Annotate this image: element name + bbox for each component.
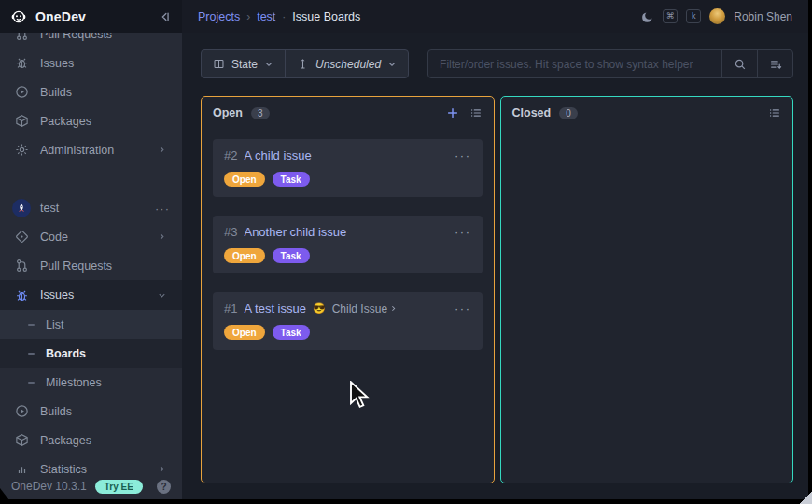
gear-icon — [15, 143, 29, 157]
column-count-badge: 0 — [559, 107, 578, 119]
dark-mode-moon-icon[interactable] — [641, 10, 654, 23]
issue-number: #3 — [224, 225, 237, 239]
topbar-right: ⌘ k Robin Shen — [641, 8, 792, 24]
pull-request-icon — [15, 259, 29, 273]
column-actions — [446, 106, 483, 119]
issue-number: #2 — [224, 148, 237, 162]
topbar: OneDev Projects › test · Issue Boards — [0, 0, 808, 33]
issue-board: Open 3 — [201, 96, 793, 483]
onedev-logo-icon — [10, 8, 27, 25]
sub-item-dash — [28, 353, 35, 355]
sidebar-item-label: Builds — [40, 405, 72, 418]
project-header[interactable]: test ··· — [0, 194, 182, 222]
filter-input[interactable] — [428, 50, 721, 77]
state-badge-open: Open — [224, 248, 265, 263]
help-button[interactable]: ? — [157, 480, 171, 494]
issue-card[interactable]: #2 A child issue ··· Open Task — [213, 139, 483, 197]
card-menu-dots-icon[interactable]: ··· — [455, 306, 471, 311]
sidebar-item-label: Issues — [40, 57, 74, 70]
user-name[interactable]: Robin Shen — [734, 10, 792, 23]
bug-icon — [15, 288, 29, 302]
issue-card[interactable]: #3 Another child issue ··· Open Task — [213, 216, 483, 273]
sidebar-item-project-packages[interactable]: Packages — [0, 426, 182, 455]
breadcrumb-project-link[interactable]: test — [257, 10, 275, 23]
issue-title[interactable]: A child issue — [244, 148, 311, 162]
column-actions — [768, 106, 781, 119]
column-menu-list-icon[interactable] — [469, 106, 483, 119]
sidebar-item-issues[interactable]: Issues — [0, 49, 182, 77]
shortcut-k-key: k — [686, 9, 701, 24]
column-count-badge: 3 — [251, 107, 270, 119]
breadcrumb-projects-link[interactable]: Projects — [198, 10, 240, 23]
sub-item-dash — [28, 324, 35, 326]
try-ee-badge[interactable]: Try EE — [95, 480, 143, 494]
card-menu-dots-icon[interactable]: ··· — [455, 153, 471, 158]
project-name: test — [40, 202, 59, 215]
sidebar-item-administration[interactable]: Administration — [0, 135, 182, 164]
sidebar-item-issues-milestones[interactable]: Milestones — [0, 368, 182, 397]
sidebar-item-label: Packages — [40, 115, 91, 128]
sidebar-collapse-icon[interactable] — [159, 10, 172, 23]
column-header: Closed 0 — [501, 97, 793, 129]
chevron-right-icon — [157, 231, 167, 242]
chevron-right-icon — [157, 145, 167, 155]
milestone-button-label: Unscheduled — [315, 58, 381, 71]
issue-title[interactable]: Another child issue — [244, 225, 346, 239]
state-button-label: State — [231, 58, 258, 71]
state-board-button[interactable]: State — [202, 50, 285, 77]
sidebar-item-builds[interactable]: Builds — [0, 77, 182, 106]
issue-card[interactable]: #1 A test issue 😎 Child Issue ··· — [213, 292, 483, 350]
topbar-brand-area: OneDev — [0, 0, 182, 33]
sidebar-global-nav: Pull Requests Issues — [0, 33, 182, 164]
column-menu-list-icon[interactable] — [768, 106, 781, 119]
filter-bar — [427, 49, 793, 78]
sidebar-item-project-pull-requests[interactable]: Pull Requests — [0, 251, 182, 280]
sidebar-project-nav: test ··· Code — [0, 194, 182, 483]
column-header: Open 3 — [202, 97, 494, 129]
column-body — [501, 129, 793, 483]
milestone-filter-button[interactable]: Unscheduled — [285, 50, 408, 77]
brand-name: OneDev — [35, 9, 86, 24]
sidebar-item-label: List — [46, 318, 63, 331]
board-button-group: State Unscheduled — [201, 49, 409, 78]
chevron-down-icon — [157, 290, 167, 301]
chevron-down-icon — [387, 60, 397, 69]
sidebar-item-project-builds[interactable]: Builds — [0, 397, 182, 426]
play-circle-icon — [15, 404, 29, 418]
issue-title[interactable]: A test issue — [244, 301, 305, 315]
sidebar-item-label: Milestones — [46, 376, 102, 389]
project-menu-dots-icon[interactable]: ··· — [155, 202, 170, 216]
column-title: Closed — [512, 106, 552, 119]
issue-number: #1 — [224, 301, 237, 315]
sidebar-item-issues-boards[interactable]: Boards — [0, 339, 182, 368]
play-circle-icon — [15, 85, 29, 99]
sidebar-item-project-issues[interactable]: Issues — [0, 280, 182, 310]
column-title: Open — [213, 106, 243, 119]
bug-icon — [15, 56, 29, 70]
saved-queries-button[interactable] — [757, 50, 792, 77]
project-avatar-rocket-icon — [12, 199, 31, 217]
child-issue-link[interactable]: Child Issue — [332, 302, 398, 315]
breadcrumb-separator: › — [246, 10, 250, 23]
search-button[interactable] — [721, 50, 757, 77]
sidebar-item-pull-requests[interactable]: Pull Requests — [0, 33, 182, 49]
board-column-open: Open 3 — [201, 96, 495, 483]
add-card-button[interactable] — [446, 106, 459, 119]
user-avatar[interactable] — [709, 8, 725, 24]
sidebar-item-label: Boards — [46, 347, 86, 360]
shortcut-mod-key: ⌘ — [663, 9, 678, 24]
emoji-reaction: 😎 — [313, 303, 326, 314]
sidebar-item-code[interactable]: Code — [0, 222, 182, 251]
child-issue-link-label: Child Issue — [332, 302, 387, 315]
sidebar-item-label: Packages — [40, 434, 91, 447]
sidebar-item-packages[interactable]: Packages — [0, 106, 182, 135]
chevron-right-icon — [389, 304, 398, 313]
sidebar: Pull Requests Issues — [0, 33, 182, 499]
type-badge-task: Task — [273, 248, 310, 263]
sidebar-item-label: Pull Requests — [40, 259, 112, 273]
sidebar-item-label: Administration — [40, 144, 114, 157]
milestone-icon — [297, 58, 309, 70]
sidebar-item-issues-list[interactable]: List — [0, 310, 182, 339]
card-menu-dots-icon[interactable]: ··· — [455, 230, 471, 234]
package-icon — [15, 114, 29, 128]
